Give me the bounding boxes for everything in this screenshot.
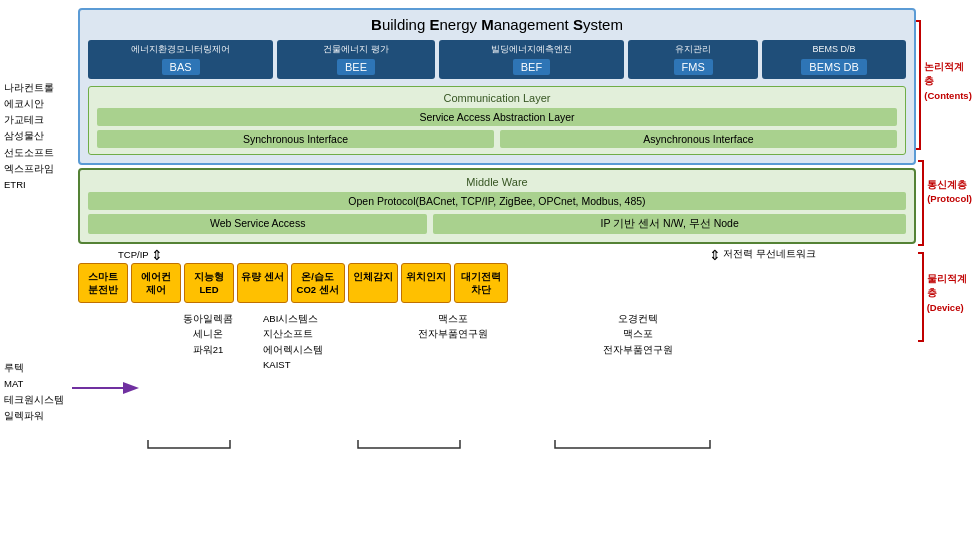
ip-sensor-box: IP 기반 센서 N/W, 무선 Node bbox=[433, 214, 906, 234]
module-bas-label: 에너지환경모니터링제어 bbox=[91, 44, 270, 56]
device-aircon: 에어컨제어 bbox=[131, 263, 181, 304]
left-bottom-labels: 루텍 MAT 테크원시스템 일렉파워 bbox=[4, 360, 64, 425]
comm-layer-box: Communication Layer Service Access Abstr… bbox=[88, 86, 906, 155]
module-fms-abbr: FMS bbox=[674, 59, 713, 75]
device-motion: 인체감지 bbox=[348, 263, 398, 304]
module-fms: 유지관리 FMS bbox=[628, 40, 758, 79]
module-bee: 건물에너지 평가 BEE bbox=[277, 40, 435, 79]
bems-title: Building Energy Management System bbox=[88, 16, 906, 33]
company-okyung: 오경컨텍맥스포전자부품연구원 bbox=[603, 311, 673, 357]
device-location: 위치인지 bbox=[401, 263, 451, 304]
module-bef-abbr: BEF bbox=[513, 59, 550, 75]
bracket-physical: 물리적계층 (Device) bbox=[918, 252, 972, 342]
open-protocol-box: Open Protocol(BACnet, TCP/IP, ZigBee, OP… bbox=[88, 192, 906, 210]
device-co2-sensor: 온/습도CO2 센서 bbox=[291, 263, 345, 304]
module-bemsdb-label: BEMS D/B bbox=[765, 44, 903, 56]
module-bee-abbr: BEE bbox=[337, 59, 375, 75]
device-smart-panel: 스마트분전반 bbox=[78, 263, 128, 304]
page-root: 나라컨트롤 에코시안 가교테크 삼성물산 선도소프트 엑스프라임 ETRI 루텍… bbox=[0, 0, 974, 534]
comm-layer-bracket-label: 통신계층 bbox=[927, 178, 972, 192]
module-bemsdb: BEMS D/B BEMS DB bbox=[762, 40, 906, 79]
bracket-comm: 통신계층 (Protocol) bbox=[918, 160, 972, 246]
middleware-outer-box: Middle Ware Open Protocol(BACnet, TCP/IP… bbox=[78, 168, 916, 244]
physical-layer-label: 물리적계층 bbox=[927, 272, 972, 301]
device-led: 지능형LED bbox=[184, 263, 234, 304]
module-bee-label: 건물에너지 평가 bbox=[280, 44, 432, 56]
module-bas-abbr: BAS bbox=[162, 59, 200, 75]
physical-layer-sublabel: (Device) bbox=[927, 301, 972, 315]
bottom-companies-area: 동아일렉콤세니온파워21 ABI시스템스지산소프트에어렉시스템KAIST 맥스포… bbox=[78, 311, 916, 371]
wireless-arrow-icon: ⇕ bbox=[709, 247, 721, 263]
module-bef-label: 빌딩에너지예측엔진 bbox=[442, 44, 621, 56]
comm-layer-title: Communication Layer bbox=[97, 92, 897, 104]
tcp-ip-label-area: TCP/IP ⇕ bbox=[118, 247, 163, 263]
tcp-ip-label: TCP/IP bbox=[118, 249, 149, 260]
company-maxfor: 맥스포전자부품연구원 bbox=[418, 311, 488, 341]
module-bef: 빌딩에너지예측엔진 BEF bbox=[439, 40, 624, 79]
logical-layer-label: 논리적계층 bbox=[924, 60, 972, 89]
module-fms-label: 유지관리 bbox=[631, 44, 755, 56]
module-bas: 에너지환경모니터링제어 BAS bbox=[88, 40, 273, 79]
tcp-arrow-icon: ⇕ bbox=[151, 247, 163, 263]
modules-row: 에너지환경모니터링제어 BAS 건물에너지 평가 BEE 빌딩에너지예측엔진 B… bbox=[88, 40, 906, 79]
middleware-row: Web Service Access IP 기반 센서 N/W, 무선 Node bbox=[88, 214, 906, 234]
sync-interface-box: Synchronous Interface bbox=[97, 130, 494, 148]
main-area: Building Energy Management System 에너지환경모… bbox=[78, 8, 916, 526]
left-top-labels: 나라컨트롤 에코시안 가교테크 삼성물산 선도소프트 엑스프라임 ETRI bbox=[4, 80, 54, 193]
device-standby-power: 대기전력차단 bbox=[454, 263, 508, 304]
logical-layer-sublabel: (Contents) bbox=[924, 89, 972, 103]
wireless-label: 저전력 무선네트워크 bbox=[723, 248, 816, 261]
wireless-label-area: ⇕ 저전력 무선네트워크 bbox=[709, 247, 816, 263]
middleware-title: Middle Ware bbox=[88, 176, 906, 188]
bems-outer-box: Building Energy Management System 에너지환경모… bbox=[78, 8, 916, 165]
physical-section: TCP/IP ⇕ ⇕ 저전력 무선네트워크 스마트분전반 에어컨제어 지능형LE… bbox=[78, 247, 916, 304]
module-bemsdb-abbr: BEMS DB bbox=[801, 59, 867, 75]
device-flow-sensor: 유량 센서 bbox=[237, 263, 288, 304]
bracket-logical: 논리적계층 (Contents) bbox=[916, 20, 973, 150]
comm-layer-sublabel: (Protocol) bbox=[927, 192, 972, 206]
web-service-box: Web Service Access bbox=[88, 214, 427, 234]
devices-row: 스마트분전반 에어컨제어 지능형LED 유량 센서 온/습도CO2 센서 인체감… bbox=[78, 263, 916, 304]
async-interface-box: Asynchronous Interface bbox=[500, 130, 897, 148]
company-dongah: 동아일렉콤세니온파워21 bbox=[183, 311, 233, 357]
saal-box: Service Access Abstraction Layer bbox=[97, 108, 897, 126]
company-abi: ABI시스템스지산소프트에어렉시스템KAIST bbox=[263, 311, 323, 372]
interface-row: Synchronous Interface Asynchronous Inter… bbox=[97, 130, 897, 148]
